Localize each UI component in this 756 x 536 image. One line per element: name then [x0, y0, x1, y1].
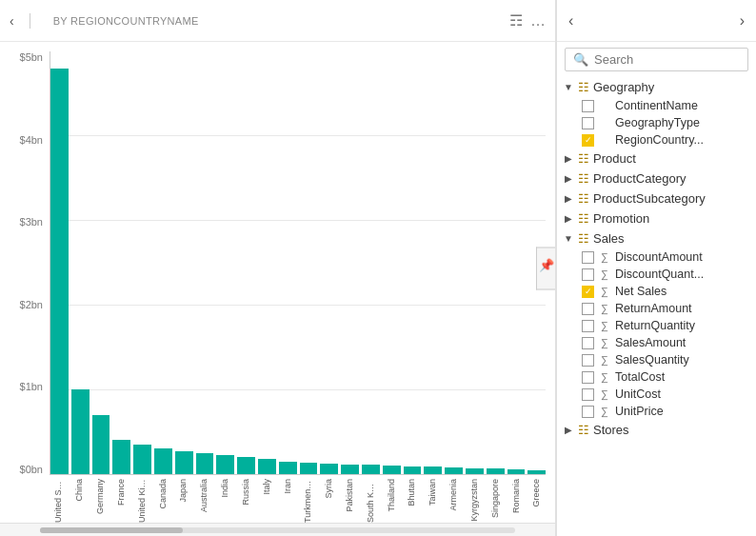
x-label: Russia — [241, 479, 250, 506]
tree-leaf[interactable]: GeographyType — [576, 114, 756, 131]
leaf-checkbox[interactable] — [582, 354, 594, 367]
scrollbar-thumb[interactable] — [40, 527, 183, 533]
tree-leaf[interactable]: ∑DiscountQuant... — [576, 266, 756, 283]
bar-wrapper[interactable] — [466, 51, 484, 474]
bar[interactable] — [258, 459, 276, 474]
bar-wrapper[interactable] — [112, 51, 130, 474]
leaf-checkbox[interactable] — [582, 303, 594, 315]
bar-wrapper[interactable] — [92, 51, 110, 474]
bar-wrapper[interactable] — [300, 51, 318, 474]
tree-leaf[interactable]: RegionCountry... — [576, 131, 756, 149]
bar[interactable] — [320, 464, 338, 474]
bar-wrapper[interactable] — [445, 51, 463, 474]
bar[interactable] — [487, 468, 505, 474]
search-input[interactable] — [594, 52, 754, 67]
bar-wrapper[interactable] — [341, 51, 359, 474]
tree-group-header[interactable]: ▶☷Stores — [557, 420, 756, 440]
tree-leaf[interactable]: ContinentName — [576, 97, 756, 114]
y-label-1bn: $1bn — [20, 381, 43, 392]
sidebar-forward-icon[interactable]: › — [736, 10, 748, 31]
bar-wrapper[interactable] — [279, 51, 297, 474]
tree-group-header[interactable]: ▶☷Promotion — [557, 208, 756, 228]
tree-leaf[interactable]: ∑SalesAmount — [576, 334, 756, 351]
bar[interactable] — [133, 445, 151, 474]
bar-wrapper[interactable] — [362, 51, 380, 474]
bar[interactable] — [279, 462, 297, 474]
bar-wrapper[interactable] — [175, 51, 193, 474]
bar[interactable] — [445, 467, 463, 474]
tree-leaf[interactable]: ∑Net Sales — [576, 283, 756, 300]
leaf-checkbox[interactable] — [582, 320, 594, 332]
bar-wrapper[interactable] — [404, 51, 422, 474]
bar-wrapper[interactable] — [50, 51, 69, 474]
tree-group-header[interactable]: ▶☷ProductSubcategory — [557, 189, 756, 208]
tree-group-header[interactable]: ▶☷ProductCategory — [557, 169, 756, 189]
tree-group-promotion: ▶☷Promotion — [557, 208, 756, 228]
tree-leaf[interactable]: ∑SalesQuantity — [576, 351, 756, 368]
leaf-label: GeographyType — [615, 116, 700, 129]
bar-wrapper[interactable] — [507, 51, 526, 474]
group-label: Product — [593, 151, 636, 166]
tree-leaf[interactable]: ∑DiscountAmount — [576, 248, 756, 266]
bar-wrapper[interactable] — [320, 51, 338, 474]
leaf-checkbox[interactable] — [582, 117, 594, 129]
bar-wrapper[interactable] — [487, 51, 505, 474]
leaf-checkbox[interactable] — [582, 268, 594, 281]
tree-leaf[interactable]: ∑TotalCost — [576, 368, 756, 386]
group-label: Promotion — [593, 211, 649, 226]
more-options-icon[interactable]: … — [530, 12, 546, 30]
bar[interactable] — [237, 457, 255, 474]
bar[interactable] — [404, 467, 422, 474]
bar-wrapper[interactable] — [383, 51, 401, 474]
x-label-wrapper: United States — [50, 479, 68, 523]
bar-wrapper[interactable] — [71, 51, 90, 474]
leaf-checkbox[interactable] — [582, 134, 594, 147]
bar-wrapper[interactable] — [258, 51, 276, 474]
leaf-checkbox[interactable] — [582, 406, 594, 418]
tree-group-header[interactable]: ▼☷Geography — [557, 77, 756, 97]
tree-group-header[interactable]: ▼☷Sales — [557, 228, 756, 248]
scrollbar-track[interactable] — [40, 527, 515, 533]
leaf-checkbox[interactable] — [582, 337, 594, 349]
x-label: Turkmenistan — [303, 479, 312, 523]
bar[interactable] — [92, 415, 110, 474]
bar[interactable] — [341, 465, 359, 474]
bar-wrapper[interactable] — [424, 51, 442, 474]
bar[interactable] — [154, 448, 172, 474]
tree-leaf[interactable]: ∑ReturnQuantity — [576, 317, 756, 334]
sidebar-back-icon[interactable]: ‹ — [565, 10, 577, 31]
leaf-checkbox[interactable] — [582, 251, 594, 264]
bar-wrapper[interactable] — [133, 51, 151, 474]
bar[interactable] — [300, 463, 318, 474]
bar[interactable] — [362, 465, 380, 474]
tree-leaf[interactable]: ∑ReturnAmount — [576, 300, 756, 317]
leaf-checkbox[interactable] — [582, 100, 594, 112]
bar-wrapper[interactable] — [216, 51, 234, 474]
leaf-checkbox[interactable] — [582, 286, 594, 298]
bar[interactable] — [175, 451, 193, 474]
search-box[interactable]: 🔍 — [565, 48, 748, 71]
bar-wrapper[interactable] — [237, 51, 255, 474]
leaf-checkbox[interactable] — [582, 388, 594, 401]
tree-leaf[interactable]: ∑UnitPrice — [576, 403, 756, 420]
filters-tab[interactable]: 📌 — [536, 247, 555, 289]
bar[interactable] — [50, 69, 69, 474]
bar[interactable] — [71, 389, 90, 474]
bar-wrapper[interactable] — [196, 51, 214, 474]
bar[interactable] — [383, 466, 401, 474]
filter-icon[interactable]: ☶ — [509, 11, 523, 30]
bar[interactable] — [112, 440, 130, 474]
tree-group-header[interactable]: ▶☷Product — [557, 149, 756, 169]
scrollbar-area[interactable] — [0, 523, 555, 536]
bar[interactable] — [527, 470, 546, 474]
x-label-wrapper: Turkmenistan — [299, 479, 317, 523]
bar[interactable] — [466, 468, 484, 474]
tree-leaf[interactable]: ∑UnitCost — [576, 386, 756, 403]
back-button[interactable]: ‹ — [10, 13, 30, 29]
bar[interactable] — [196, 453, 214, 474]
bar[interactable] — [424, 467, 442, 474]
bar[interactable] — [507, 469, 526, 474]
leaf-checkbox[interactable] — [582, 371, 594, 384]
bar-wrapper[interactable] — [154, 51, 172, 474]
bar[interactable] — [216, 455, 234, 474]
